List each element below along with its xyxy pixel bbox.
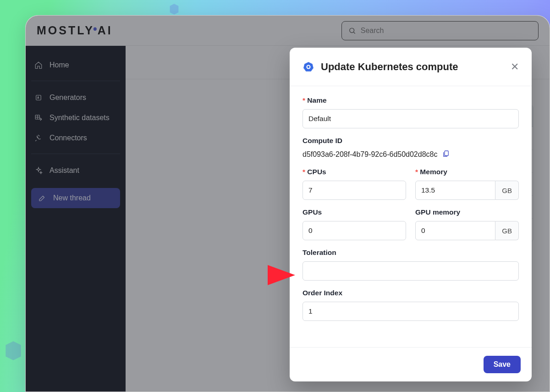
modal-title: Update Kubernetes compute <box>321 61 511 73</box>
gpu-memory-label: GPU memory <box>415 208 519 216</box>
toleration-input[interactable] <box>302 261 519 281</box>
cpus-input[interactable] <box>302 181 406 200</box>
cpus-label: * CPUs <box>302 168 406 176</box>
gpu-memory-input[interactable] <box>415 221 495 240</box>
order-index-input[interactable] <box>302 302 519 321</box>
svg-point-7 <box>308 66 310 68</box>
copy-icon[interactable] <box>442 149 450 160</box>
gpus-label: GPUs <box>302 208 406 216</box>
name-input[interactable] <box>302 109 519 128</box>
compute-id-label: Compute ID <box>302 137 519 145</box>
close-icon[interactable]: ✕ <box>511 62 519 72</box>
memory-unit: GB <box>495 181 519 200</box>
save-button[interactable]: Save <box>484 356 521 373</box>
memory-input[interactable] <box>415 181 495 200</box>
toleration-label: Toleration <box>302 248 519 257</box>
gpu-memory-unit: GB <box>495 221 519 240</box>
memory-label: * Memory <box>415 168 519 176</box>
compute-id-value: d5f093a6-208f-4b79-92c6-6d50d02d8c8c <box>302 150 437 159</box>
name-label: * Name <box>302 96 519 105</box>
kubernetes-icon <box>302 61 314 73</box>
gpus-input[interactable] <box>302 221 406 240</box>
order-index-label: Order Index <box>302 289 519 297</box>
update-compute-modal: Update Kubernetes compute ✕ * Name Compu… <box>290 48 532 381</box>
svg-rect-8 <box>445 151 448 156</box>
